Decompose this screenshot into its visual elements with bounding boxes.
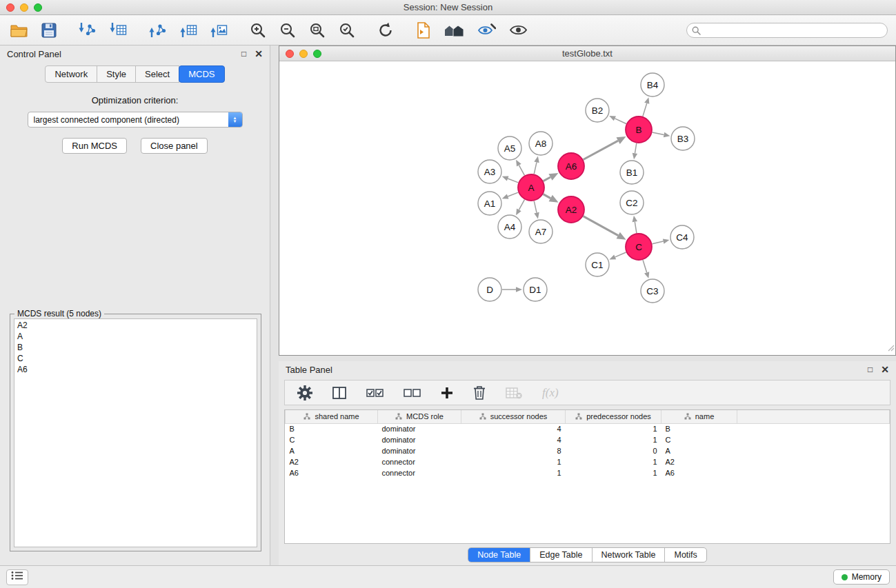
resize-grip-icon[interactable] [886,342,895,354]
column-header-mcds-role[interactable]: MCDS role [378,410,461,423]
graph-edge-C-C1[interactable] [615,252,626,257]
mcds-result-item[interactable]: C [17,353,254,364]
table-cell[interactable]: connector [378,467,461,478]
tab-network[interactable]: Network [45,65,97,83]
graph-node-A8[interactable]: A8 [529,132,552,155]
graph-edge-A-A1[interactable] [508,192,518,196]
graph-node-B2[interactable]: B2 [586,99,609,122]
deselect-all-rows-button[interactable] [402,386,422,400]
table-cell[interactable]: A6 [661,467,737,478]
table-cell[interactable]: A [286,445,378,456]
table-row[interactable]: A2connector11A2 [286,456,890,467]
mcds-result-item[interactable]: A6 [17,364,254,375]
graph-edge-C-C3[interactable] [643,260,647,272]
graph-node-A5[interactable]: A5 [498,136,521,160]
tab-edge-table[interactable]: Edge Table [530,548,591,562]
float-panel-icon[interactable]: □ [241,50,246,58]
tab-node-table[interactable]: Node Table [468,548,530,562]
graph-node-C[interactable]: C [626,234,652,260]
close-panel-icon[interactable]: ✕ [255,50,263,58]
show-graphics-details-button[interactable] [508,22,529,38]
graph-edge-A-A7[interactable] [534,201,537,213]
import-network-button[interactable] [77,21,98,39]
import-table-button[interactable] [108,21,128,39]
table-cell[interactable]: B [661,423,737,434]
graph-edge-B-B3[interactable] [653,132,664,134]
graph-edge-A6-B[interactable] [584,141,619,159]
export-network-button[interactable] [148,21,168,39]
table-cell[interactable]: A6 [286,467,378,478]
graph-node-A6[interactable]: A6 [558,153,584,179]
tab-network-table[interactable]: Network Table [592,548,665,562]
split-pane-divider[interactable] [270,45,279,565]
graph-edge-A-A3[interactable] [508,179,518,183]
run-mcds-button[interactable]: Run MCDS [62,138,127,154]
graph-edge-A-A8[interactable] [534,162,537,174]
tab-mcds[interactable]: MCDS [179,65,224,83]
table-cell[interactable]: 1 [461,456,566,467]
graph-node-A7[interactable]: A7 [529,220,552,243]
close-table-panel-icon[interactable]: ✕ [881,365,889,374]
graph-node-B[interactable]: B [626,116,652,143]
float-table-panel-icon[interactable]: □ [868,365,873,374]
refresh-layout-button[interactable] [376,21,395,40]
column-header-shared-name[interactable]: shared name [286,410,378,423]
graph-node-D1[interactable]: D1 [524,278,547,301]
graph-node-A1[interactable]: A1 [478,192,501,215]
network-overview-button[interactable] [443,21,466,39]
minimize-window-button[interactable] [20,3,28,12]
optimization-criterion-select[interactable]: largest connected component (directed) ▲… [28,112,243,128]
graph-node-A2[interactable]: A2 [558,196,584,223]
graph-edge-B-B1[interactable] [635,143,636,154]
table-cell[interactable]: 1 [566,423,661,434]
graph-node-C1[interactable]: C1 [586,253,609,276]
table-cell[interactable]: 4 [461,423,566,434]
column-header-successor-nodes[interactable]: successor nodes [461,410,566,423]
horizontal-split-divider[interactable] [279,356,896,361]
close-panel-button[interactable]: Close panel [141,138,208,154]
table-cell[interactable]: dominator [378,445,461,456]
mcds-result-item[interactable]: A2 [17,320,254,331]
table-cell[interactable]: dominator [378,423,461,434]
zoom-in-button[interactable] [248,21,268,40]
graph-edge-C-C4[interactable] [653,241,664,244]
table-cell[interactable]: C [661,434,737,445]
graph-edge-B-B2[interactable] [615,119,626,124]
network-zoom-button[interactable] [313,50,321,58]
search-input[interactable] [686,23,888,38]
table-cell[interactable]: A [661,445,737,456]
graph-edge-A-A2[interactable] [544,194,551,199]
add-row-button[interactable] [439,385,455,401]
hide-graphics-details-button[interactable] [476,21,497,39]
table-cell[interactable]: dominator [378,434,461,445]
select-all-rows-button[interactable] [365,386,385,400]
graph-edge-A-A4[interactable] [519,200,524,210]
network-close-button[interactable] [286,50,294,58]
graph-edge-A-A5[interactable] [519,165,524,176]
graph-edge-C-C2[interactable] [635,222,637,234]
open-session-file-button[interactable] [415,21,432,40]
graph-node-A3[interactable]: A3 [478,160,501,183]
table-row[interactable]: A6connector11A6 [286,467,890,478]
graph-node-D[interactable]: D [478,278,501,301]
network-canvas[interactable]: B4B2BB3A5A8A6B1A3AA1C2A2A4A7C4C1CC3DD1 [279,61,895,355]
tab-motifs[interactable]: Motifs [664,548,706,562]
table-cell[interactable]: 4 [461,434,566,445]
zoom-window-button[interactable] [34,3,42,12]
table-settings-button[interactable] [296,384,314,402]
graph-edge-A-A6[interactable] [544,177,550,181]
network-minimize-button[interactable] [299,50,308,58]
graph-edge-B-B4[interactable] [643,103,647,116]
export-image-button[interactable] [209,21,229,39]
zoom-out-button[interactable] [278,21,297,40]
table-row[interactable]: Bdominator41B [286,423,890,434]
task-history-button[interactable] [6,569,28,585]
mcds-result-list[interactable]: A2ABCA6 [14,318,257,547]
table-cell[interactable]: 1 [566,456,661,467]
table-cell[interactable]: 1 [566,467,661,478]
table-cell[interactable]: connector [378,456,461,467]
graph-edge-A2-C[interactable] [584,216,619,236]
tab-style[interactable]: Style [97,65,136,83]
graph-node-C3[interactable]: C3 [641,279,664,303]
table-cell[interactable]: C [286,434,378,445]
